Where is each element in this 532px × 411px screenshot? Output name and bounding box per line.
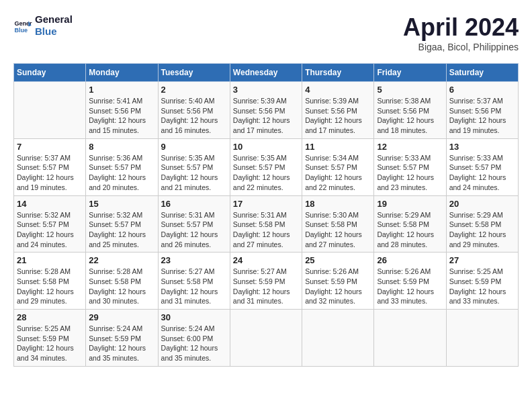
day-number: 25 [305,255,371,265]
day-number: 7 [17,142,83,152]
header-saturday: Saturday [446,64,518,82]
day-number: 1 [89,85,154,95]
calendar-week-5: 28Sunrise: 5:25 AM Sunset: 5:59 PM Dayli… [14,310,519,367]
day-info: Sunrise: 5:24 AM Sunset: 5:59 PM Dayligh… [89,324,154,363]
day-number: 8 [89,142,154,152]
calendar-cell: 9Sunrise: 5:35 AM Sunset: 5:57 PM Daylig… [158,138,230,195]
day-info: Sunrise: 5:35 AM Sunset: 5:57 PM Dayligh… [233,153,299,193]
day-info: Sunrise: 5:27 AM Sunset: 5:58 PM Dayligh… [161,267,227,306]
calendar-cell [230,310,302,367]
day-number: 10 [233,142,299,152]
day-number: 16 [161,199,227,209]
day-number: 20 [449,199,515,209]
calendar-cell [446,310,518,367]
calendar-cell: 20Sunrise: 5:29 AM Sunset: 5:58 PM Dayli… [446,195,518,253]
calendar-table: Sunday Monday Tuesday Wednesday Thursday… [13,63,519,367]
calendar-week-3: 14Sunrise: 5:32 AM Sunset: 5:57 PM Dayli… [14,195,519,253]
calendar-cell: 3Sunrise: 5:39 AM Sunset: 5:56 PM Daylig… [230,82,302,139]
calendar-cell: 1Sunrise: 5:41 AM Sunset: 5:56 PM Daylig… [86,82,158,139]
calendar-cell: 27Sunrise: 5:25 AM Sunset: 5:59 PM Dayli… [446,253,518,310]
day-info: Sunrise: 5:38 AM Sunset: 5:56 PM Dayligh… [377,96,443,136]
header-monday: Monday [86,64,158,82]
calendar-cell: 25Sunrise: 5:26 AM Sunset: 5:59 PM Dayli… [302,253,374,310]
day-number: 22 [89,255,154,265]
day-info: Sunrise: 5:32 AM Sunset: 5:57 PM Dayligh… [89,210,154,250]
day-info: Sunrise: 5:36 AM Sunset: 5:57 PM Dayligh… [89,153,154,193]
calendar-cell: 26Sunrise: 5:26 AM Sunset: 5:59 PM Dayli… [374,253,446,310]
day-info: Sunrise: 5:39 AM Sunset: 5:56 PM Dayligh… [233,96,299,136]
calendar-cell: 12Sunrise: 5:33 AM Sunset: 5:57 PM Dayli… [374,138,446,195]
calendar-cell: 6Sunrise: 5:37 AM Sunset: 5:56 PM Daylig… [446,82,518,139]
calendar-cell: 5Sunrise: 5:38 AM Sunset: 5:56 PM Daylig… [374,82,446,139]
day-info: Sunrise: 5:27 AM Sunset: 5:59 PM Dayligh… [233,267,299,306]
day-info: Sunrise: 5:32 AM Sunset: 5:57 PM Dayligh… [17,210,83,250]
day-info: Sunrise: 5:39 AM Sunset: 5:56 PM Dayligh… [305,96,371,136]
calendar-cell: 11Sunrise: 5:34 AM Sunset: 5:57 PM Dayli… [302,138,374,195]
day-number: 14 [17,199,83,209]
calendar-week-1: 1Sunrise: 5:41 AM Sunset: 5:56 PM Daylig… [14,82,519,139]
header-friday: Friday [374,64,446,82]
day-info: Sunrise: 5:37 AM Sunset: 5:57 PM Dayligh… [17,153,83,193]
day-info: Sunrise: 5:31 AM Sunset: 5:58 PM Dayligh… [233,210,299,250]
day-info: Sunrise: 5:25 AM Sunset: 5:59 PM Dayligh… [17,324,83,363]
calendar-cell [374,310,446,367]
calendar-cell: 19Sunrise: 5:29 AM Sunset: 5:58 PM Dayli… [374,195,446,253]
calendar-cell [302,310,374,367]
calendar-cell: 13Sunrise: 5:33 AM Sunset: 5:57 PM Dayli… [446,138,518,195]
day-number: 23 [161,255,227,265]
logo: General Blue General Blue [13,13,73,38]
day-info: Sunrise: 5:26 AM Sunset: 5:59 PM Dayligh… [305,267,371,306]
calendar-cell: 14Sunrise: 5:32 AM Sunset: 5:57 PM Dayli… [14,195,86,253]
day-number: 30 [161,312,227,322]
day-number: 18 [305,199,371,209]
day-info: Sunrise: 5:40 AM Sunset: 5:56 PM Dayligh… [161,96,227,136]
day-info: Sunrise: 5:28 AM Sunset: 5:58 PM Dayligh… [17,267,83,306]
day-number: 5 [377,85,443,95]
day-info: Sunrise: 5:34 AM Sunset: 5:57 PM Dayligh… [305,153,371,193]
calendar-cell: 7Sunrise: 5:37 AM Sunset: 5:57 PM Daylig… [14,138,86,195]
day-number: 13 [449,142,515,152]
day-number: 29 [89,312,154,322]
day-number: 19 [377,199,443,209]
day-number: 6 [449,85,515,95]
header-tuesday: Tuesday [158,64,230,82]
calendar-cell: 29Sunrise: 5:24 AM Sunset: 5:59 PM Dayli… [86,310,158,367]
logo-text-line1: General [35,13,73,26]
day-info: Sunrise: 5:31 AM Sunset: 5:57 PM Dayligh… [161,210,227,250]
month-title: April 2024 [403,13,519,42]
day-info: Sunrise: 5:33 AM Sunset: 5:57 PM Dayligh… [449,153,515,193]
day-info: Sunrise: 5:25 AM Sunset: 5:59 PM Dayligh… [449,267,515,306]
day-number: 26 [377,255,443,265]
day-info: Sunrise: 5:29 AM Sunset: 5:58 PM Dayligh… [377,210,443,250]
day-number: 4 [305,85,371,95]
day-info: Sunrise: 5:26 AM Sunset: 5:59 PM Dayligh… [377,267,443,306]
logo-icon: General Blue [13,16,32,35]
calendar-cell: 8Sunrise: 5:36 AM Sunset: 5:57 PM Daylig… [86,138,158,195]
day-info: Sunrise: 5:24 AM Sunset: 6:00 PM Dayligh… [161,324,227,363]
day-number: 17 [233,199,299,209]
calendar-week-4: 21Sunrise: 5:28 AM Sunset: 5:58 PM Dayli… [14,253,519,310]
calendar-header-row: Sunday Monday Tuesday Wednesday Thursday… [14,64,519,82]
calendar-cell: 18Sunrise: 5:30 AM Sunset: 5:58 PM Dayli… [302,195,374,253]
calendar-cell [14,82,86,139]
title-area: April 2024 Bigaa, Bicol, Philippines [403,13,519,52]
day-info: Sunrise: 5:35 AM Sunset: 5:57 PM Dayligh… [161,153,227,193]
calendar-cell: 15Sunrise: 5:32 AM Sunset: 5:57 PM Dayli… [86,195,158,253]
day-number: 24 [233,255,299,265]
svg-text:Blue: Blue [14,27,28,34]
location-subtitle: Bigaa, Bicol, Philippines [403,42,519,52]
calendar-cell: 2Sunrise: 5:40 AM Sunset: 5:56 PM Daylig… [158,82,230,139]
calendar-cell: 28Sunrise: 5:25 AM Sunset: 5:59 PM Dayli… [14,310,86,367]
calendar-week-2: 7Sunrise: 5:37 AM Sunset: 5:57 PM Daylig… [14,138,519,195]
calendar-cell: 21Sunrise: 5:28 AM Sunset: 5:58 PM Dayli… [14,253,86,310]
day-number: 15 [89,199,154,209]
calendar-cell: 4Sunrise: 5:39 AM Sunset: 5:56 PM Daylig… [302,82,374,139]
calendar-cell: 30Sunrise: 5:24 AM Sunset: 6:00 PM Dayli… [158,310,230,367]
day-number: 2 [161,85,227,95]
day-number: 3 [233,85,299,95]
header-wednesday: Wednesday [230,64,302,82]
page-header: General Blue General Blue April 2024 Big… [13,13,519,52]
day-info: Sunrise: 5:29 AM Sunset: 5:58 PM Dayligh… [449,210,515,250]
day-number: 11 [305,142,371,152]
calendar-cell: 23Sunrise: 5:27 AM Sunset: 5:58 PM Dayli… [158,253,230,310]
